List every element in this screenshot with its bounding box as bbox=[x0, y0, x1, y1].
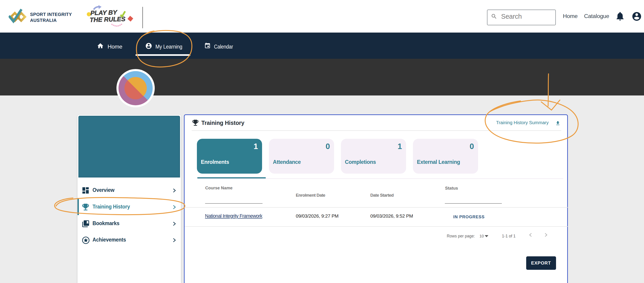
svg-text:THE RULES: THE RULES bbox=[90, 16, 126, 24]
svg-text:PLAY BY: PLAY BY bbox=[90, 9, 118, 16]
